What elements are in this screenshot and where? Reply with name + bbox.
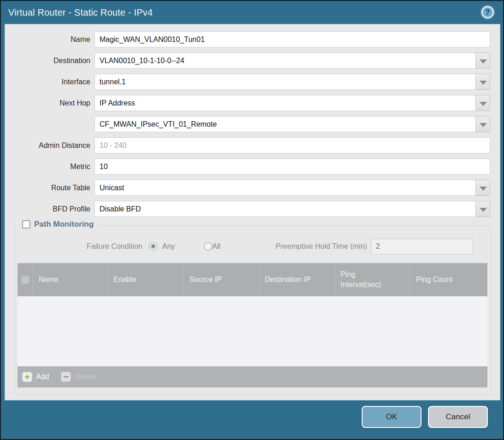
table-body-empty <box>18 296 487 366</box>
form-row-next-hop-address <box>5 116 500 132</box>
dialog-button-bar: OK Cancel <box>362 406 488 428</box>
failure-condition-all-radio[interactable] <box>204 242 212 251</box>
chevron-down-icon <box>480 123 487 127</box>
minus-icon: − <box>61 372 71 382</box>
destination-label: Destination <box>5 57 94 65</box>
path-monitoring-table: Name Enable Source IP Destination IP Pin… <box>18 263 487 387</box>
chevron-down-icon <box>480 208 487 212</box>
chevron-down-icon <box>480 102 487 106</box>
destination-dropdown-button[interactable] <box>475 53 490 69</box>
add-button-label: Add <box>36 373 49 381</box>
next-hop-label: Next Hop <box>5 99 94 107</box>
preemptive-hold-time-input[interactable] <box>371 239 473 254</box>
column-header-name: Name <box>33 263 108 296</box>
table-footer: + Add − Delete <box>18 366 487 387</box>
delete-button-label: Delete <box>75 373 96 381</box>
path-monitoring-title: Path Monitoring <box>34 220 94 229</box>
next-hop-address-dropdown-button[interactable] <box>475 116 490 132</box>
next-hop-address-input[interactable] <box>94 116 490 132</box>
dialog-title: Virtual Router - Static Route - IPv4 <box>8 1 153 24</box>
bfd-profile-dropdown-button[interactable] <box>475 201 490 217</box>
bfd-profile-input[interactable] <box>94 201 490 217</box>
admin-distance-input[interactable] <box>94 137 490 153</box>
dialog-content: Name Destination Interface <box>5 24 500 400</box>
select-all-checkbox[interactable] <box>22 276 29 283</box>
column-header-destination-ip: Destination IP <box>259 263 335 296</box>
name-label: Name <box>5 35 94 44</box>
route-table-input[interactable] <box>94 180 490 196</box>
cancel-button[interactable]: Cancel <box>428 406 488 428</box>
form-row-interface: Interface <box>5 74 500 90</box>
select-all-checkbox-cell[interactable] <box>18 263 33 296</box>
static-route-dialog: Virtual Router - Static Route - IPv4 ? N… <box>0 0 504 440</box>
title-bar: Virtual Router - Static Route - IPv4 ? <box>1 1 503 24</box>
add-button[interactable]: + Add <box>22 372 49 382</box>
interface-label: Interface <box>5 78 94 86</box>
route-table-label: Route Table <box>5 184 94 192</box>
failure-condition-any-radio[interactable] <box>149 242 158 251</box>
path-monitoring-checkbox[interactable] <box>22 220 30 229</box>
form-row-metric: Metric <box>5 158 500 175</box>
next-hop-type-dropdown-button[interactable] <box>475 95 490 111</box>
name-input[interactable] <box>94 31 490 47</box>
any-radio-label: Any <box>162 242 175 251</box>
column-header-ping-interval: Ping Interval(sec) <box>335 263 410 296</box>
help-icon[interactable]: ? <box>481 6 494 18</box>
column-header-enable: Enable <box>108 263 184 296</box>
chevron-down-icon <box>480 59 487 64</box>
metric-input[interactable] <box>94 158 490 175</box>
form-row-route-table: Route Table <box>5 180 500 196</box>
path-monitoring-legend: Path Monitoring <box>18 220 97 229</box>
path-monitoring-section: Path Monitoring Failure Condition Any Al… <box>15 225 491 395</box>
column-header-ping-count: Ping Count <box>410 263 487 296</box>
all-radio-label: All <box>212 242 221 251</box>
form-row-admin-distance: Admin Distance <box>5 137 500 153</box>
failure-condition-row: Failure Condition Any All Preemptive Hol… <box>15 238 491 254</box>
form-row-destination: Destination <box>5 53 500 69</box>
table-header: Name Enable Source IP Destination IP Pin… <box>18 263 487 296</box>
delete-button[interactable]: − Delete <box>61 372 96 382</box>
interface-dropdown-button[interactable] <box>475 74 490 90</box>
ok-button[interactable]: OK <box>362 406 422 428</box>
destination-input[interactable] <box>94 53 490 69</box>
interface-input[interactable] <box>94 74 490 90</box>
admin-distance-label: Admin Distance <box>5 141 94 150</box>
chevron-down-icon <box>480 81 487 85</box>
column-header-source-ip: Source IP <box>184 263 259 296</box>
form-row-bfd-profile: BFD Profile <box>5 201 500 217</box>
chevron-down-icon <box>480 187 487 191</box>
metric-label: Metric <box>5 163 94 171</box>
bfd-profile-label: BFD Profile <box>5 205 94 213</box>
form-row-name: Name <box>5 31 500 47</box>
form-row-next-hop: Next Hop <box>5 95 500 111</box>
route-table-dropdown-button[interactable] <box>475 180 490 196</box>
failure-condition-label: Failure Condition <box>15 242 142 251</box>
preemptive-hold-time-label: Preemptive Hold Time (min) <box>275 242 367 251</box>
static-route-form: Name Destination Interface <box>5 24 500 217</box>
next-hop-type-input[interactable] <box>94 95 490 111</box>
plus-icon: + <box>22 372 32 382</box>
